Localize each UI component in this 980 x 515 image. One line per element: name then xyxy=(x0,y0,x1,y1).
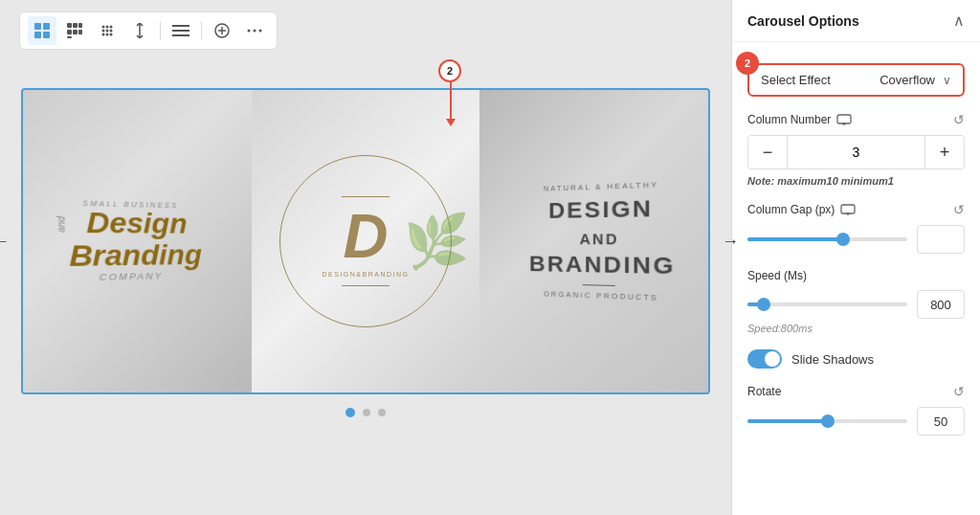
speed-thumb[interactable] xyxy=(757,298,770,311)
toolbar-btn-dots[interactable] xyxy=(93,16,122,45)
rotate-thumb[interactable] xyxy=(821,414,835,428)
column-number-stepper: − 3 + xyxy=(747,135,965,169)
leaf-decoration: 🌿 xyxy=(404,211,470,273)
column-gap-monitor-icon xyxy=(840,204,856,215)
svg-point-28 xyxy=(254,30,256,33)
carousel-wrapper: ← SMALL BUSINESS and DesignBranding COMP… xyxy=(21,88,710,394)
svg-point-11 xyxy=(102,26,105,29)
svg-point-18 xyxy=(106,34,109,36)
column-number-section: Column Number ↺ − 3 + Note: maximum10 mi… xyxy=(747,112,965,187)
stepper-decrement[interactable]: − xyxy=(748,136,787,168)
svg-point-14 xyxy=(102,30,105,33)
select-effect-value: Coverflow xyxy=(880,73,935,87)
slide-right: NATURAL & HEALTHY DESIGNandBRANDING ORGA… xyxy=(479,88,710,394)
monitor-icon xyxy=(836,114,852,125)
column-gap-track xyxy=(747,237,907,241)
speed-label: Speed (Ms) xyxy=(747,269,965,282)
svg-point-17 xyxy=(102,34,105,36)
carousel-nav-right[interactable]: → xyxy=(722,232,739,252)
rotate-fill xyxy=(747,419,828,423)
pagination-dot-3[interactable] xyxy=(378,409,386,416)
step-badge-2: 2 xyxy=(736,52,759,75)
pagination-dot-2[interactable] xyxy=(363,409,370,416)
canvas-area: 2 ← SMALL BUSINESS and DesignBranding CO… xyxy=(0,0,731,515)
speed-input[interactable] xyxy=(917,290,965,319)
panel-collapse-btn[interactable]: ∧ xyxy=(953,11,965,30)
rotate-label: Rotate xyxy=(747,385,781,398)
slide-shadows-label: Slide Shadows xyxy=(791,352,874,367)
slide-shadows-row: Slide Shadows xyxy=(747,349,965,369)
svg-rect-30 xyxy=(837,115,851,123)
toolbar-btn-add[interactable] xyxy=(208,16,236,45)
stepper-value: 3 xyxy=(787,136,925,168)
svg-rect-3 xyxy=(43,32,50,38)
select-effect-container: 2 Select Effect Coverflow ∨ xyxy=(747,63,965,97)
rotate-label-row: Rotate ↺ xyxy=(747,384,965,399)
rotate-input[interactable] xyxy=(917,407,965,436)
toolbar-btn-align[interactable] xyxy=(167,16,195,45)
toolbar-divider xyxy=(160,21,161,40)
column-gap-label: Column Gap (px) ↺ xyxy=(747,202,965,217)
rotate-reset[interactable]: ↺ xyxy=(953,384,965,399)
speed-note: Speed:800ms xyxy=(747,323,965,334)
slide-center: D DESIGN&BRANDING 🌿 xyxy=(252,90,480,392)
toggle-knob xyxy=(765,351,780,367)
svg-point-15 xyxy=(106,30,109,33)
svg-point-27 xyxy=(248,30,251,33)
svg-rect-9 xyxy=(78,30,82,34)
select-effect-arrow: ∨ xyxy=(943,74,951,87)
svg-rect-8 xyxy=(73,30,78,34)
pagination xyxy=(345,408,386,417)
svg-rect-4 xyxy=(67,23,72,28)
toolbar-btn-grid2[interactable] xyxy=(60,16,89,45)
carousel-nav-left[interactable]: ← xyxy=(0,232,10,252)
svg-point-13 xyxy=(110,26,113,29)
slide-center-brand: DESIGN&BRANDING xyxy=(323,271,410,278)
column-note: Note: maximum10 minimum1 xyxy=(747,175,965,187)
svg-rect-2 xyxy=(34,32,41,38)
toolbar-btn-grid[interactable] xyxy=(28,16,56,45)
rotate-section: Rotate ↺ xyxy=(747,384,965,436)
svg-rect-1 xyxy=(43,23,50,30)
slide-left: SMALL BUSINESS and DesignBranding COMPAN… xyxy=(21,88,252,394)
toolbar xyxy=(19,11,278,50)
column-gap-reset[interactable]: ↺ xyxy=(953,202,965,217)
stepper-increment[interactable]: + xyxy=(925,136,964,168)
panel-title: Carousel Options xyxy=(747,13,859,29)
panel-header: Carousel Options ∧ xyxy=(732,0,980,42)
slide-center-letter: D xyxy=(344,205,389,267)
svg-rect-10 xyxy=(67,36,72,38)
svg-rect-33 xyxy=(841,205,855,213)
slide-left-content: SMALL BUSINESS and DesignBranding COMPAN… xyxy=(55,198,201,283)
slide-shadows-toggle[interactable] xyxy=(747,349,782,369)
speed-track xyxy=(747,302,907,306)
column-gap-slider-row xyxy=(747,225,965,254)
slide-right-main: DESIGNandBRANDING xyxy=(529,194,676,280)
right-panel: Carousel Options ∧ 2 Select Effect Cover… xyxy=(731,0,980,515)
toolbar-btn-more[interactable] xyxy=(240,16,269,45)
panel-body: 2 Select Effect Coverflow ∨ Column Numbe… xyxy=(732,42,980,449)
step-badge: 2 xyxy=(438,59,461,82)
rotate-slider-row xyxy=(747,407,965,436)
toolbar-btn-arrows[interactable] xyxy=(125,16,154,45)
select-effect-row[interactable]: 2 Select Effect Coverflow ∨ xyxy=(747,63,965,97)
svg-point-12 xyxy=(106,26,109,29)
column-gap-input[interactable] xyxy=(917,225,965,254)
svg-rect-7 xyxy=(67,30,72,34)
svg-rect-6 xyxy=(78,23,82,28)
slide-right-content: NATURAL & HEALTHY DESIGNandBRANDING ORGA… xyxy=(529,180,676,302)
speed-slider-row xyxy=(747,290,965,319)
svg-rect-0 xyxy=(34,23,41,30)
select-effect-label: Select Effect xyxy=(761,73,880,87)
slide-left-title: DesignBranding xyxy=(69,207,201,273)
svg-point-29 xyxy=(259,30,262,33)
column-number-reset[interactable]: ↺ xyxy=(953,112,965,127)
column-number-label: Column Number ↺ xyxy=(747,112,965,127)
slide-right-sub: ORGANIC PRODUCTS xyxy=(529,290,676,302)
column-gap-thumb[interactable] xyxy=(836,233,850,246)
pagination-dot-1[interactable] xyxy=(345,408,355,417)
svg-rect-5 xyxy=(73,23,78,28)
column-gap-section: Column Gap (px) ↺ xyxy=(747,202,965,254)
svg-point-19 xyxy=(110,34,113,36)
toolbar-divider2 xyxy=(201,21,202,40)
